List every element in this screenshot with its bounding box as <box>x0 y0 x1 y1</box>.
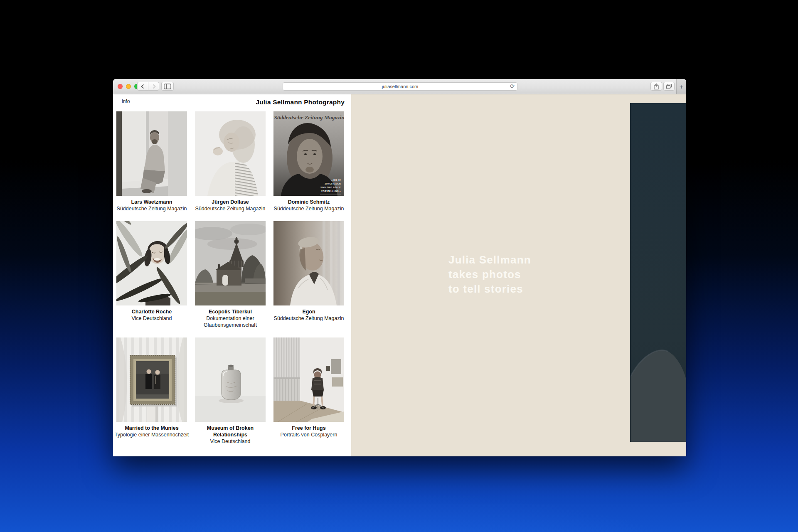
nav-button-group <box>137 82 159 91</box>
reload-button[interactable]: ⟳ <box>510 83 515 89</box>
photo-juergen-dollase[interactable] <box>195 111 266 196</box>
caption: Jürgen Dollase Süddeutsche Zeitung Magaz… <box>190 199 270 212</box>
photo-ecopolis-tiberkul[interactable] <box>195 221 266 305</box>
project-subtitle: Süddeutsche Zeitung Magazin <box>190 205 270 212</box>
photo-museum-of-broken-relationships[interactable] <box>195 337 266 422</box>
plus-icon: + <box>680 83 683 90</box>
photo-grid: Lars Waetzmann Süddeutsche Zeitung Magaz… <box>113 111 351 445</box>
magazine-coverline: VORSTELLUNG » <box>321 190 341 192</box>
caption: Egon Süddeutsche Zeitung Magazin <box>269 308 349 322</box>
tagline-line: to tell stories <box>448 282 531 296</box>
tagline-line: Julia Sellmann <box>448 253 531 267</box>
project-cell-charlotte-roche: Charlotte Roche Vice Deutschland <box>116 221 187 328</box>
sidebar-icon <box>164 84 171 89</box>
project-title[interactable]: Jürgen Dollase <box>190 199 270 205</box>
magazine-masthead: Süddeutsche Zeitung Magazin <box>274 114 344 121</box>
url-field[interactable]: juliasellmann.com ⟳ <box>283 82 517 91</box>
close-window-button[interactable] <box>118 84 123 89</box>
chevron-left-icon <box>140 83 146 90</box>
portfolio-panel: info Julia Sellmann Photography <box>113 94 351 456</box>
caption: Museum of Broken Relationships Vice Deut… <box>190 425 270 445</box>
project-title[interactable]: Free for Hugs <box>269 425 349 431</box>
photo-egon[interactable] <box>273 221 344 305</box>
project-subtitle: Vice Deutschland <box>190 438 270 445</box>
minimize-window-button[interactable] <box>126 84 131 89</box>
project-cell-egon: Egon Süddeutsche Zeitung Magazin <box>273 221 344 328</box>
project-title[interactable]: Charlotte Roche <box>113 308 192 315</box>
project-cell-dominic-schmitz: Süddeutsche Zeitung Magazin <box>273 111 344 212</box>
sidebar-toggle-button[interactable] <box>161 82 174 91</box>
magazine-coverline: « DIE 72 <box>331 179 341 181</box>
info-link[interactable]: info <box>122 99 130 104</box>
caption: Free for Hugs Portraits von Cosplayern <box>269 425 349 438</box>
magazine-coverline: JUNGFRAUEN <box>325 182 341 185</box>
caption: Charlotte Roche Vice Deutschland <box>113 308 192 322</box>
page-content: info Julia Sellmann Photography <box>113 94 686 456</box>
browser-window: juliasellmann.com ⟳ + <box>113 79 686 456</box>
forward-button[interactable] <box>148 82 159 91</box>
project-subtitle: Dokumentation einer Glaubensgemeinschaft <box>190 315 270 328</box>
project-cell-free-for-hugs: Free for Hugs Portraits von Cosplayern <box>273 337 344 445</box>
project-title[interactable]: Married to the Munies <box>113 425 192 431</box>
project-title[interactable]: Ecopolis Tiberkul <box>190 308 270 315</box>
page-header: info Julia Sellmann Photography <box>113 94 351 111</box>
hero-image <box>630 103 686 442</box>
tabs-icon <box>666 84 672 89</box>
project-subtitle: Süddeutsche Zeitung Magazin <box>269 205 349 212</box>
project-subtitle: Süddeutsche Zeitung Magazin <box>269 315 349 322</box>
project-cell-ecopolis-tiberkul: Ecopolis Tiberkul Dokumentation einer Gl… <box>195 221 266 328</box>
project-title[interactable]: Egon <box>269 308 349 315</box>
project-cell-lars-waetzmann: Lars Waetzmann Süddeutsche Zeitung Magaz… <box>116 111 187 212</box>
project-cell-juergen-dollase: Jürgen Dollase Süddeutsche Zeitung Magaz… <box>195 111 266 212</box>
photo-charlotte-roche[interactable] <box>116 221 187 305</box>
chevron-right-icon <box>150 83 157 90</box>
project-cell-married-to-the-munies: Married to the Munies Typologie einer Ma… <box>116 337 187 445</box>
project-title[interactable]: Museum of Broken Relationships <box>190 425 270 438</box>
project-title[interactable]: Dominic Schmitz <box>269 199 349 205</box>
tab-overview-button[interactable] <box>663 82 675 91</box>
photo-dominic-schmitz-magazine-cover[interactable]: Süddeutsche Zeitung Magazin <box>273 111 344 196</box>
project-subtitle: Portraits von Cosplayern <box>269 431 349 438</box>
site-title: Julia Sellmann Photography <box>256 99 345 106</box>
magazine-coverline: SIND EINE REALE <box>320 186 341 189</box>
photo-married-to-the-munies[interactable] <box>116 337 187 422</box>
project-cell-museum-of-broken-relationships: Museum of Broken Relationships Vice Deut… <box>195 337 266 445</box>
caption: Married to the Munies Typologie einer Ma… <box>113 425 192 438</box>
caption: Lars Waetzmann Süddeutsche Zeitung Magaz… <box>113 199 192 212</box>
project-subtitle: Vice Deutschland <box>113 315 192 322</box>
url-text: juliasellmann.com <box>382 84 418 89</box>
browser-titlebar: juliasellmann.com ⟳ + <box>113 79 686 94</box>
photo-lars-waetzmann[interactable] <box>116 111 187 196</box>
tagline-line: takes photos <box>448 267 531 282</box>
project-subtitle: Süddeutsche Zeitung Magazin <box>113 205 192 212</box>
tagline: Julia Sellmann takes photos to tell stor… <box>448 253 531 296</box>
photo-free-for-hugs[interactable] <box>273 337 344 422</box>
share-button[interactable] <box>650 82 662 91</box>
back-button[interactable] <box>137 82 148 91</box>
project-subtitle: Typologie einer Massenhochzeit <box>113 431 192 438</box>
caption: Ecopolis Tiberkul Dokumentation einer Gl… <box>190 308 270 328</box>
new-tab-button[interactable]: + <box>676 79 686 94</box>
caption: Dominic Schmitz Süddeutsche Zeitung Maga… <box>269 199 349 212</box>
share-icon <box>653 83 659 90</box>
project-title[interactable]: Lars Waetzmann <box>113 199 192 205</box>
intro-panel: Julia Sellmann takes photos to tell stor… <box>351 94 686 456</box>
